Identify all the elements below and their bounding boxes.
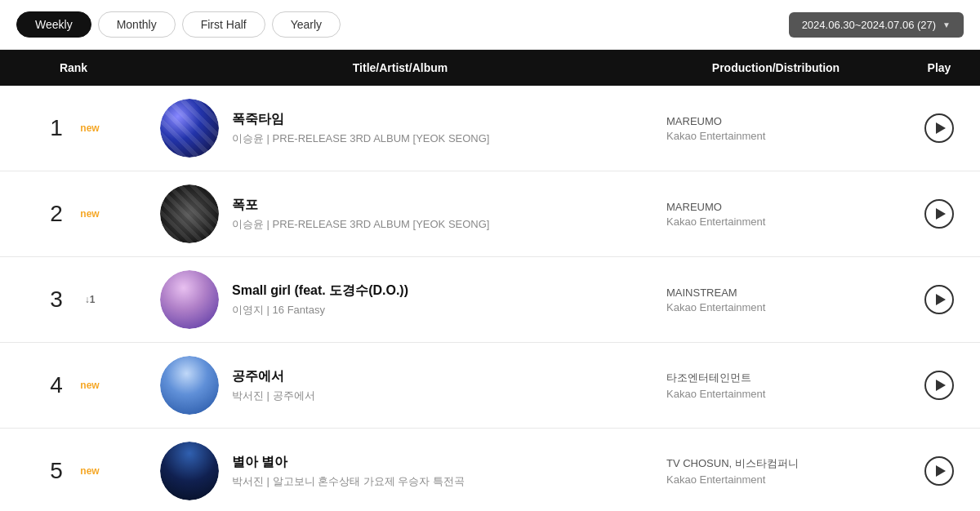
album-art-image xyxy=(160,442,219,500)
song-title: 폭죽타임 xyxy=(232,111,489,128)
song-artist: 이승윤 | PRE-RELEASE 3RD ALBUM [YEOK SEONG] xyxy=(232,131,489,146)
album-art xyxy=(160,184,219,243)
production-company: MAREUMO xyxy=(666,201,885,213)
production-cell: MAREUMO Kakao Entertainment xyxy=(653,102,898,155)
song-artist: 박서진 | 공주에서 xyxy=(232,389,315,403)
date-range-text: 2024.06.30~2024.07.06 (27) xyxy=(802,19,936,31)
song-title: 별아 별아 xyxy=(232,454,465,471)
table-row: 2 new 폭포 이승윤 | PRE-RELEASE 3RD ALBUM [YE… xyxy=(0,171,980,257)
album-art-image xyxy=(160,99,219,158)
play-icon xyxy=(936,380,946,391)
distribution-company: Kakao Entertainment xyxy=(666,216,885,228)
rank-badge: ↓1 xyxy=(78,294,102,305)
rank-badge: new xyxy=(78,465,102,477)
rank-cell: 5 new xyxy=(0,445,147,497)
production-company: 타조엔터테인먼트 xyxy=(666,371,885,385)
play-cell xyxy=(898,272,980,327)
play-cell xyxy=(898,358,980,413)
album-art-image xyxy=(160,356,219,415)
table-row: 5 new 별아 별아 박서진 | 알고보니 혼수상태 가요제 우승자 특전곡 … xyxy=(0,429,980,511)
song-info: 폭포 이승윤 | PRE-RELEASE 3RD ALBUM [YEOK SEO… xyxy=(232,197,489,232)
production-cell: 타조엔터테인먼트 Kakao Entertainment xyxy=(653,358,898,413)
song-info: 폭죽타임 이승윤 | PRE-RELEASE 3RD ALBUM [YEOK S… xyxy=(232,111,489,146)
title-cell: 폭죽타임 이승윤 | PRE-RELEASE 3RD ALBUM [YEOK S… xyxy=(147,86,653,171)
tab-yearly[interactable]: Yearly xyxy=(272,11,341,38)
table-header: Rank Title/Artist/Album Production/Distr… xyxy=(0,50,980,86)
table-row: 1 new 폭죽타임 이승윤 | PRE-RELEASE 3RD ALBUM [… xyxy=(0,86,980,171)
tab-first-half[interactable]: First Half xyxy=(182,11,265,38)
song-title: 공주에서 xyxy=(232,368,315,385)
song-artist: 이영지 | 16 Fantasy xyxy=(232,303,408,318)
album-art xyxy=(160,442,219,500)
header-production: Production/Distribution xyxy=(653,50,898,86)
production-company: MAINSTREAM xyxy=(666,287,885,299)
rank-badge: new xyxy=(78,208,102,220)
play-button[interactable] xyxy=(924,456,954,486)
rank-number: 2 xyxy=(45,201,68,227)
play-cell xyxy=(898,186,980,242)
rank-cell: 1 new xyxy=(0,102,147,154)
play-button[interactable] xyxy=(924,285,954,314)
play-button[interactable] xyxy=(924,113,954,143)
rank-cell: 4 new xyxy=(0,359,147,411)
chart-table: 1 new 폭죽타임 이승윤 | PRE-RELEASE 3RD ALBUM [… xyxy=(0,86,980,511)
rank-number: 3 xyxy=(45,287,68,313)
distribution-company: Kakao Entertainment xyxy=(666,301,885,313)
song-info: 공주에서 박서진 | 공주에서 xyxy=(232,368,315,403)
title-cell: 폭포 이승윤 | PRE-RELEASE 3RD ALBUM [YEOK SEO… xyxy=(147,171,653,256)
song-info: 별아 별아 박서진 | 알고보니 혼수상태 가요제 우승자 특전곡 xyxy=(232,454,465,489)
header-play: Play xyxy=(898,50,980,86)
rank-number: 5 xyxy=(45,458,68,484)
play-cell xyxy=(898,100,980,156)
distribution-company: Kakao Entertainment xyxy=(666,130,885,142)
song-artist: 박서진 | 알고보니 혼수상태 가요제 우승자 특전곡 xyxy=(232,474,465,489)
production-company: TV CHOSUN, 비스타컴퍼니 xyxy=(666,456,885,471)
production-cell: MAREUMO Kakao Entertainment xyxy=(653,188,898,241)
production-cell: TV CHOSUN, 비스타컴퍼니 Kakao Entertainment xyxy=(653,443,898,499)
rank-badge: new xyxy=(78,122,102,134)
play-cell xyxy=(898,443,980,499)
production-cell: MAINSTREAM Kakao Entertainment xyxy=(653,273,898,327)
header-title: Title/Artist/Album xyxy=(147,50,653,86)
title-cell: 별아 별아 박서진 | 알고보니 혼수상태 가요제 우승자 특전곡 xyxy=(147,429,653,511)
tab-monthly[interactable]: Monthly xyxy=(98,11,176,38)
top-bar: Weekly Monthly First Half Yearly 2024.06… xyxy=(0,0,980,50)
rank-badge: new xyxy=(78,380,102,391)
header-rank: Rank xyxy=(0,50,147,86)
table-row: 3 ↓1 Small girl (feat. 도경수(D.O.)) 이영지 | … xyxy=(0,257,980,343)
filter-tabs: Weekly Monthly First Half Yearly xyxy=(16,11,341,38)
rank-cell: 2 new xyxy=(0,188,147,240)
play-button[interactable] xyxy=(924,199,954,229)
table-row: 4 new 공주에서 박서진 | 공주에서 타조엔터테인먼트 Kakao Ent… xyxy=(0,343,980,429)
date-range-selector[interactable]: 2024.06.30~2024.07.06 (27) ▼ xyxy=(789,12,964,38)
title-cell: 공주에서 박서진 | 공주에서 xyxy=(147,343,653,428)
title-cell: Small girl (feat. 도경수(D.O.)) 이영지 | 16 Fa… xyxy=(147,257,653,342)
rank-number: 4 xyxy=(45,372,68,398)
play-icon xyxy=(936,208,946,220)
distribution-company: Kakao Entertainment xyxy=(666,388,885,400)
play-icon xyxy=(936,122,946,134)
distribution-company: Kakao Entertainment xyxy=(666,473,885,486)
production-company: MAREUMO xyxy=(666,115,885,127)
play-icon xyxy=(936,465,946,477)
album-art xyxy=(160,99,219,158)
play-icon xyxy=(936,294,946,305)
album-art-image xyxy=(160,270,219,329)
song-artist: 이승윤 | PRE-RELEASE 3RD ALBUM [YEOK SEONG] xyxy=(232,217,489,232)
album-art xyxy=(160,356,219,415)
play-button[interactable] xyxy=(924,371,954,400)
album-art-image xyxy=(160,184,219,243)
song-title: 폭포 xyxy=(232,197,489,214)
tab-weekly[interactable]: Weekly xyxy=(16,11,91,38)
rank-cell: 3 ↓1 xyxy=(0,273,147,326)
rank-number: 1 xyxy=(45,115,68,141)
song-title: Small girl (feat. 도경수(D.O.)) xyxy=(232,282,408,300)
chevron-down-icon: ▼ xyxy=(942,20,951,29)
album-art xyxy=(160,270,219,329)
song-info: Small girl (feat. 도경수(D.O.)) 이영지 | 16 Fa… xyxy=(232,282,408,318)
